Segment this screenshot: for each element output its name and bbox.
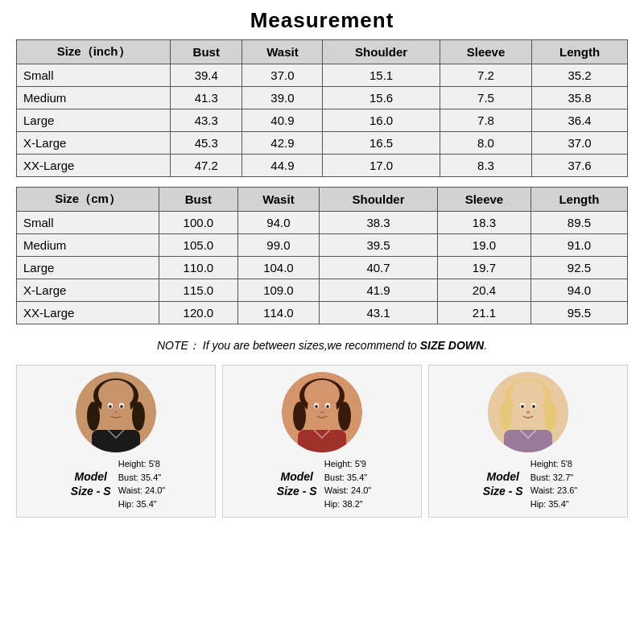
model-card: ModelSize - S Height: 5'8Bust: 32.7"Wais…: [428, 365, 628, 518]
cm-size-header: Size（cm）: [17, 188, 159, 212]
note-highlight: SIZE DOWN: [420, 339, 484, 352]
length-cell: 37.6: [532, 155, 628, 177]
svg-point-30: [521, 405, 524, 408]
shoulder-cell: 16.5: [323, 132, 440, 155]
length-cell: 35.8: [532, 87, 628, 109]
length-cell: 37.0: [532, 132, 628, 155]
svg-point-7: [120, 405, 123, 408]
note-section: NOTE： If you are between sizes,we recomm…: [16, 336, 628, 357]
svg-point-34: [499, 402, 512, 431]
size-cell: Small: [17, 64, 171, 87]
model-stats: Height: 5'8Bust: 32.7"Waist: 23.6"Hip: 3…: [530, 457, 578, 510]
table-row: XX-Large 47.2 44.9 17.0 8.3 37.6: [17, 155, 628, 177]
sleeve-cell: 19.7: [438, 257, 531, 279]
wasit-cell: 37.0: [242, 64, 323, 87]
model-avatar: [282, 372, 362, 452]
page-title: Measurement: [250, 8, 394, 33]
model-stats: Height: 5'9Bust: 35.4"Waist: 24.0"Hip: 3…: [324, 457, 372, 510]
shoulder-cell: 15.6: [323, 87, 440, 109]
shoulder-cell: 17.0: [323, 155, 440, 177]
cm-wasit-header: Wasit: [237, 188, 319, 212]
model-info-row: ModelSize - S Height: 5'8Bust: 35.4"Wais…: [22, 457, 210, 510]
svg-rect-33: [504, 430, 552, 452]
shoulder-cell: 40.7: [320, 257, 438, 279]
wasit-cell: 114.0: [237, 302, 319, 324]
sleeve-cell: 8.0: [440, 132, 531, 155]
length-cell: 35.2: [532, 64, 628, 87]
inch-size-header: Size（inch）: [17, 40, 171, 64]
sleeve-cell: 19.0: [438, 234, 531, 257]
svg-rect-9: [92, 430, 140, 452]
svg-point-3: [101, 392, 130, 424]
table-row: X-Large 45.3 42.9 16.5 8.0 37.0: [17, 132, 628, 155]
wasit-cell: 104.0: [237, 257, 319, 279]
bust-cell: 45.3: [171, 132, 242, 155]
svg-point-8: [114, 411, 118, 414]
cm-table: Size（cm） Bust Wasit Shoulder Sleeve Leng…: [16, 187, 628, 324]
shoulder-cell: 16.0: [323, 109, 440, 132]
note-suffix: .: [484, 339, 487, 352]
table-row: Large 43.3 40.9 16.0 7.8 36.4: [17, 109, 628, 132]
model-info-row: ModelSize - S Height: 5'9Bust: 35.4"Wais…: [228, 457, 416, 510]
inch-table: Size（inch） Bust Wasit Shoulder Sleeve Le…: [16, 39, 628, 177]
sleeve-cell: 7.5: [440, 87, 531, 109]
cm-sleeve-header: Sleeve: [438, 188, 531, 212]
bust-cell: 43.3: [171, 109, 242, 132]
sleeve-cell: 18.3: [438, 212, 531, 234]
model-info-row: ModelSize - S Height: 5'8Bust: 32.7"Wais…: [434, 457, 622, 510]
inch-bust-header: Bust: [171, 40, 242, 64]
cm-header-row: Size（cm） Bust Wasit Shoulder Sleeve Leng…: [17, 188, 628, 212]
svg-point-20: [320, 411, 324, 414]
sleeve-cell: 7.8: [440, 109, 531, 132]
sleeve-cell: 21.1: [438, 302, 531, 324]
length-cell: 94.0: [530, 279, 627, 302]
svg-point-10: [87, 402, 100, 431]
bust-cell: 41.3: [171, 87, 242, 109]
shoulder-cell: 15.1: [323, 64, 440, 87]
length-cell: 36.4: [532, 109, 628, 132]
table-row: Large 110.0 104.0 40.7 19.7 92.5: [17, 257, 628, 279]
length-cell: 91.0: [530, 234, 627, 257]
inch-length-header: Length: [532, 40, 628, 64]
sleeve-cell: 20.4: [438, 279, 531, 302]
model-card: ModelSize - S Height: 5'9Bust: 35.4"Wais…: [222, 365, 422, 518]
model-label: ModelSize - S: [273, 469, 321, 498]
model-avatar: [76, 372, 156, 452]
table-row: Small 100.0 94.0 38.3 18.3 89.5: [17, 212, 628, 234]
size-cell: Large: [17, 257, 159, 279]
cm-length-header: Length: [530, 188, 627, 212]
svg-rect-21: [298, 430, 346, 452]
cm-shoulder-header: Shoulder: [320, 188, 438, 212]
size-cell: XX-Large: [17, 155, 171, 177]
wasit-cell: 99.0: [237, 234, 319, 257]
wasit-cell: 109.0: [237, 279, 319, 302]
model-avatar: [488, 372, 568, 452]
svg-point-6: [109, 405, 112, 408]
size-cell: Medium: [17, 87, 171, 109]
shoulder-cell: 39.5: [320, 234, 438, 257]
inch-sleeve-header: Sleeve: [440, 40, 531, 64]
bust-cell: 47.2: [171, 155, 242, 177]
model-label: ModelSize - S: [67, 469, 115, 498]
wasit-cell: 94.0: [237, 212, 319, 234]
size-cell: Small: [17, 212, 159, 234]
length-cell: 95.5: [530, 302, 627, 324]
size-cell: X-Large: [17, 279, 159, 302]
shoulder-cell: 38.3: [320, 212, 438, 234]
size-cell: Large: [17, 109, 171, 132]
table-row: X-Large 115.0 109.0 41.9 20.4 94.0: [17, 279, 628, 302]
svg-point-27: [514, 392, 543, 424]
wasit-cell: 42.9: [242, 132, 323, 155]
size-cell: X-Large: [17, 132, 171, 155]
inch-wasit-header: Wasit: [242, 40, 323, 64]
page: Measurement Size（inch） Bust Wasit Should…: [0, 0, 644, 644]
svg-point-32: [526, 411, 530, 414]
svg-point-35: [544, 402, 557, 431]
size-cell: Medium: [17, 234, 159, 257]
inch-header-row: Size（inch） Bust Wasit Shoulder Sleeve Le…: [17, 40, 628, 64]
length-cell: 92.5: [530, 257, 627, 279]
table-row: Medium 41.3 39.0 15.6 7.5 35.8: [17, 87, 628, 109]
note-prefix: NOTE： If you are between sizes,we recomm…: [157, 339, 420, 352]
svg-point-15: [308, 392, 336, 424]
bust-cell: 105.0: [159, 234, 237, 257]
